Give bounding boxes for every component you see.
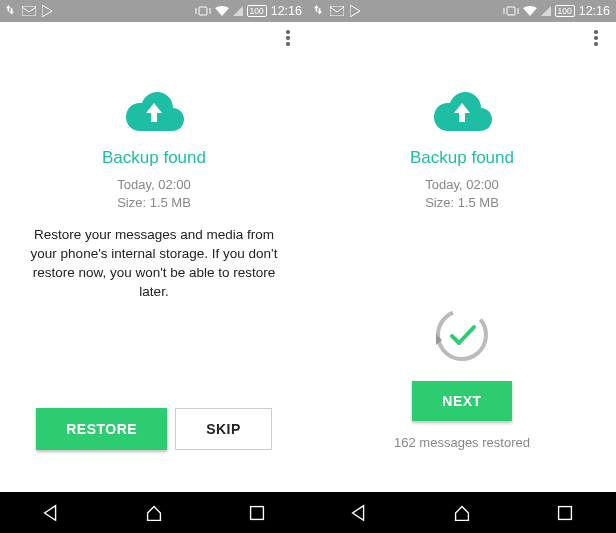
cloud-upload-icon	[429, 88, 495, 132]
clock: 12:16	[579, 4, 610, 18]
svg-rect-5	[330, 6, 344, 16]
mail-icon	[22, 6, 36, 16]
nav-recent-button[interactable]	[554, 502, 576, 524]
navbar	[0, 492, 308, 533]
backup-timestamp: Today, 02:00	[425, 176, 499, 194]
content-area: Backup found Today, 02:00 Size: 1.5 MB N…	[308, 54, 616, 492]
appbar	[0, 22, 308, 54]
vibrate-icon	[195, 6, 211, 16]
next-button[interactable]: NEXT	[412, 381, 511, 421]
content-area: Backup found Today, 02:00 Size: 1.5 MB R…	[0, 54, 308, 492]
appbar	[308, 22, 616, 54]
svg-rect-4	[250, 506, 263, 519]
play-icon	[350, 5, 360, 17]
backup-size: Size: 1.5 MB	[117, 194, 191, 212]
completion-area: NEXT 162 messages restored	[308, 307, 616, 450]
restored-count: 162 messages restored	[394, 435, 530, 450]
vibrate-icon	[503, 6, 519, 16]
svg-rect-10	[558, 506, 571, 519]
description: Restore your messages and media from you…	[18, 226, 290, 302]
backup-meta: Today, 02:00 Size: 1.5 MB	[425, 176, 499, 212]
backup-timestamp: Today, 02:00	[117, 176, 191, 194]
cell-icon	[233, 6, 243, 16]
restore-button[interactable]: RESTORE	[36, 408, 167, 450]
battery-level: 100	[555, 5, 575, 17]
nav-back-button[interactable]	[40, 502, 62, 524]
statusbar: 100 12:16	[308, 0, 616, 22]
svg-point-9	[434, 307, 490, 363]
restore-complete-icon	[434, 307, 490, 363]
nav-home-button[interactable]	[143, 502, 165, 524]
phone-screen-restore-complete: 100 12:16 Backup found Today, 02:00 Size…	[308, 0, 616, 533]
statusbar: 100 12:16	[0, 0, 308, 22]
page-title: Backup found	[102, 148, 206, 168]
wifi-icon	[523, 6, 537, 16]
svg-rect-6	[507, 7, 515, 15]
nav-back-button[interactable]	[348, 502, 370, 524]
battery-level: 100	[247, 5, 267, 17]
cell-icon	[541, 6, 551, 16]
svg-rect-0	[22, 6, 36, 16]
backup-size: Size: 1.5 MB	[425, 194, 499, 212]
cloud-upload-icon	[121, 88, 187, 132]
data-icon	[314, 5, 324, 17]
more-options-button[interactable]	[276, 26, 300, 50]
navbar	[308, 492, 616, 533]
more-options-button[interactable]	[584, 26, 608, 50]
svg-rect-1	[199, 7, 207, 15]
button-bar: RESTORE SKIP	[0, 408, 308, 450]
data-icon	[6, 5, 16, 17]
backup-meta: Today, 02:00 Size: 1.5 MB	[117, 176, 191, 212]
play-icon	[42, 5, 52, 17]
skip-button[interactable]: SKIP	[175, 408, 272, 450]
page-title: Backup found	[410, 148, 514, 168]
mail-icon	[330, 6, 344, 16]
clock: 12:16	[271, 4, 302, 18]
nav-home-button[interactable]	[451, 502, 473, 524]
phone-screen-restore-prompt: 100 12:16 Backup found Today, 02:00 Size…	[0, 0, 308, 533]
nav-recent-button[interactable]	[246, 502, 268, 524]
wifi-icon	[215, 6, 229, 16]
